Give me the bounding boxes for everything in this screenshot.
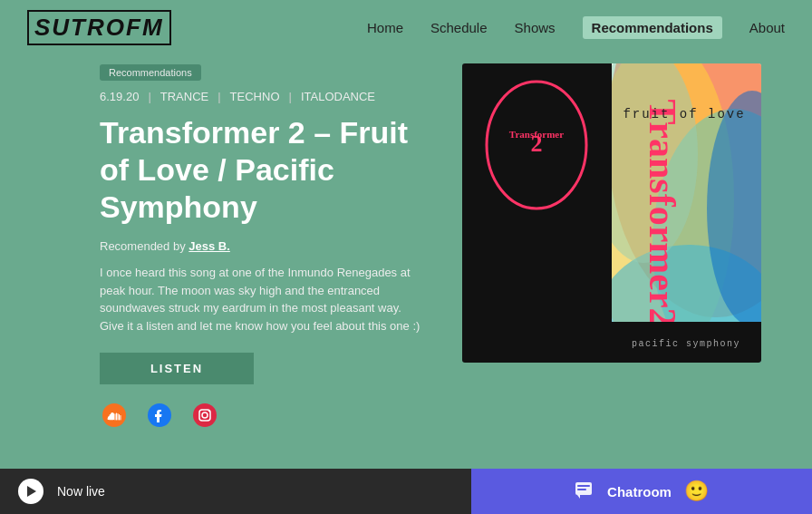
meta-row: 6.19.20 | TRANCE | TECHNO | ITALODANCE — [100, 90, 426, 103]
listen-button[interactable]: LISTEN — [100, 353, 254, 384]
page-title: Transformer 2 – Fruit of Love / Pacific … — [100, 114, 426, 225]
separator-2: | — [218, 90, 220, 103]
svg-point-5 — [208, 411, 210, 412]
navigation: Home Schedule Shows Recommendations Abou… — [367, 16, 785, 39]
logo: SUTROFM — [27, 10, 171, 45]
date: 6.19.20 — [100, 90, 139, 103]
description: I once heard this song at one of the Inm… — [100, 264, 426, 335]
emoji-icon: 🙂 — [684, 480, 709, 503]
recommender-link[interactable]: Jess B. — [188, 239, 230, 253]
chatroom-label: Chatroom — [607, 484, 672, 499]
svg-rect-13 — [462, 63, 612, 363]
instagram-icon[interactable] — [190, 401, 219, 430]
player-section: Now live — [0, 469, 471, 514]
nav-recommendations[interactable]: Recommendations — [583, 16, 722, 39]
tag-techno: TECHNO — [230, 90, 280, 103]
svg-rect-23 — [577, 489, 586, 490]
svg-rect-22 — [577, 485, 590, 487]
nav-shows[interactable]: Shows — [515, 20, 556, 35]
chat-icon — [575, 481, 594, 501]
album-art: Transformer2 Transformer 2 fruit of love… — [462, 63, 761, 363]
recommended-by: Recomended by Jess B. — [100, 239, 426, 253]
left-column: Recommendations 6.19.20 | TRANCE | TECHN… — [100, 63, 426, 430]
bottom-bar: Now live Chatroom 🙂 — [0, 469, 812, 514]
social-icons — [100, 401, 426, 430]
main-content: Recommendations 6.19.20 | TRANCE | TECHN… — [0, 54, 812, 430]
play-icon — [27, 486, 36, 497]
separator-1: | — [148, 90, 150, 103]
header: SUTROFM Home Schedule Shows Recommendati… — [0, 0, 812, 54]
tag-trance: TRANCE — [160, 90, 208, 103]
soundcloud-icon[interactable] — [100, 401, 129, 430]
recommendations-badge: Recommendations — [100, 64, 201, 81]
play-button[interactable] — [18, 479, 44, 504]
now-live-label: Now live — [57, 484, 105, 499]
separator-3: | — [289, 90, 292, 103]
tag-italodance: ITALODANCE — [301, 90, 375, 103]
svg-text:pacific symphony: pacific symphony — [632, 339, 740, 349]
chatroom-section[interactable]: Chatroom 🙂 — [471, 469, 812, 514]
facebook-icon[interactable] — [145, 401, 174, 430]
nav-home[interactable]: Home — [367, 20, 403, 35]
nav-about[interactable]: About — [749, 20, 785, 35]
svg-text:Transformer2: Transformer2 — [642, 99, 683, 326]
svg-point-2 — [193, 403, 217, 427]
svg-text:fruit of love: fruit of love — [623, 107, 745, 121]
svg-text:2: 2 — [531, 131, 543, 157]
nav-schedule[interactable]: Schedule — [430, 20, 488, 35]
